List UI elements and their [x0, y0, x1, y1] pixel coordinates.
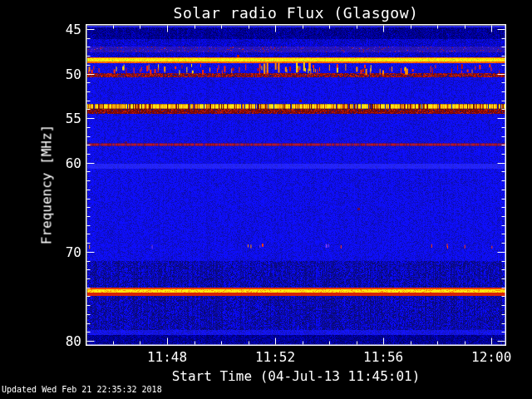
spectrogram-panel: Solar radio Flux (Glasgow) Frequency [MH…: [0, 0, 532, 399]
x-tick-label-1152: 11:52: [250, 349, 300, 365]
x-tick-label-1156: 11:56: [358, 349, 408, 365]
y-axis-title: Frequency [MHz]: [39, 125, 55, 245]
y-tick-label-80: 80: [0, 333, 81, 349]
x-axis-title: Start Time (04-Jul-13 11:45:01): [86, 368, 505, 384]
chart-title: Solar radio Flux (Glasgow): [86, 4, 505, 22]
y-tick-label-70: 70: [0, 244, 81, 260]
x-tick-label-1148: 11:48: [142, 349, 192, 365]
y-tick-label-45: 45: [0, 22, 81, 37]
y-tick-label-55: 55: [0, 111, 81, 126]
updated-timestamp: Updated Wed Feb 21 22:35:32 2018: [2, 385, 162, 394]
y-tick-label-60: 60: [0, 155, 81, 171]
x-tick-label-1200: 12:00: [466, 349, 516, 365]
y-tick-label-50: 50: [0, 66, 81, 82]
